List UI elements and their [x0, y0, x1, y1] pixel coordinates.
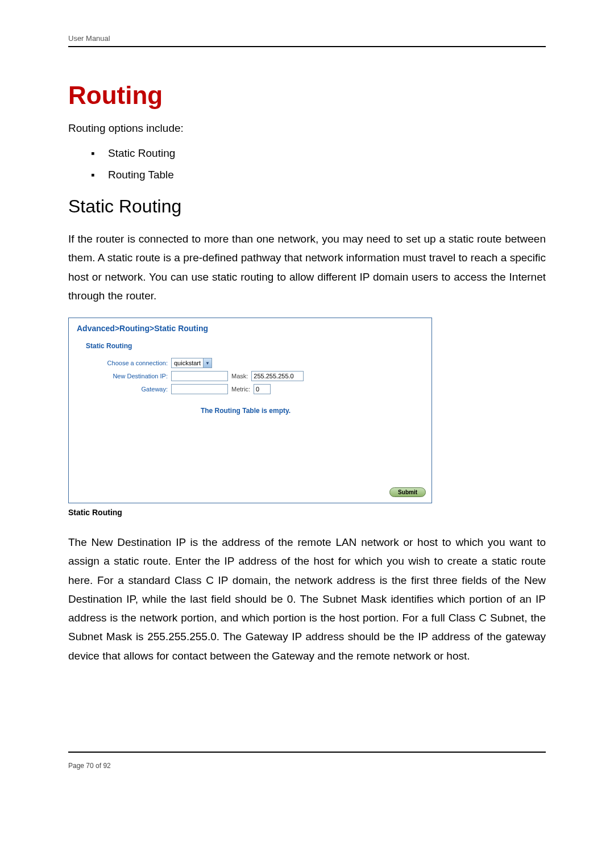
figure-caption: Static Routing: [68, 508, 546, 517]
metric-label: Metric:: [228, 386, 254, 393]
list-item: Static Routing: [91, 147, 546, 160]
options-list: Static Routing Routing Table: [91, 147, 546, 181]
chevron-down-icon[interactable]: ▼: [203, 358, 211, 368]
router-ui-panel: Advanced>Routing>Static Routing Static R…: [68, 318, 432, 503]
header-rule: [68, 46, 546, 47]
submit-button[interactable]: Submit: [389, 487, 426, 497]
page-title: Routing: [68, 81, 546, 110]
connection-select[interactable]: quickstart ▼: [171, 358, 212, 368]
list-item: Routing Table: [91, 169, 546, 181]
page-number: Page 70 of 92: [68, 762, 546, 770]
panel-section-label: Static Routing: [86, 342, 422, 350]
section-heading: Static Routing: [68, 196, 546, 217]
choose-connection-label: Choose a connection:: [86, 360, 171, 366]
metric-input[interactable]: [254, 384, 271, 394]
intro-text: Routing options include:: [68, 122, 546, 135]
doc-header: User Manual: [68, 34, 546, 46]
gateway-label: Gateway:: [86, 386, 171, 393]
explanation-paragraph: The New Destination IP is the address of…: [68, 533, 546, 665]
mask-input[interactable]: [251, 371, 304, 381]
gateway-input[interactable]: [171, 384, 228, 394]
breadcrumb: Advanced>Routing>Static Routing: [69, 318, 432, 340]
routing-table-empty-msg: The Routing Table is empty.: [69, 407, 422, 415]
destination-ip-input[interactable]: [171, 371, 228, 381]
connection-select-value: quickstart: [172, 360, 203, 366]
footer-rule: [68, 752, 546, 753]
mask-label: Mask:: [228, 373, 251, 379]
section-paragraph: If the router is connected to more than …: [68, 229, 546, 305]
destination-ip-label: New Destination IP:: [86, 373, 171, 379]
